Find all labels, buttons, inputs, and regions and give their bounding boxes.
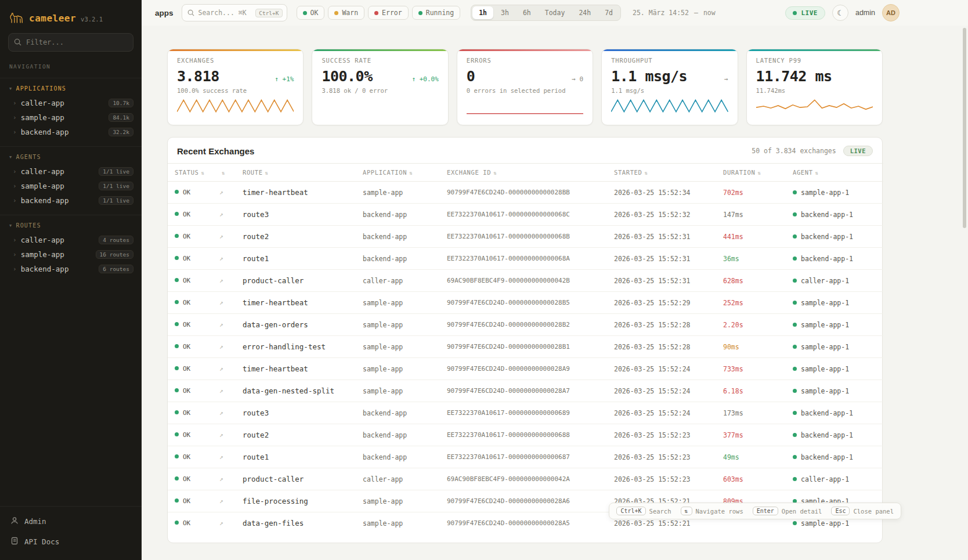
sidebar-item-route[interactable]: › caller-app 4 routes: [0, 233, 142, 247]
exchange-row[interactable]: OK ↗ product-caller caller-app 69AC90BF8…: [168, 468, 883, 490]
sidebar-item-label: caller-app: [21, 167, 95, 176]
exchange-row[interactable]: OK ↗ error-handling-test sample-app 9079…: [168, 336, 883, 358]
sidebar-item-route[interactable]: › sample-app 16 routes: [0, 247, 142, 262]
exchange-row[interactable]: OK ↗ route2 backend-app EE7322370A10617-…: [168, 226, 883, 248]
column-header[interactable]: ⇅: [212, 164, 236, 182]
sidebar-item-agent[interactable]: › sample-app 1/1 live: [0, 179, 142, 193]
exchange-row[interactable]: OK ↗ product-caller caller-app 69AC90BF8…: [168, 270, 883, 292]
avatar[interactable]: AD: [882, 4, 900, 21]
status-filter-chip[interactable]: Error: [368, 6, 409, 20]
kpi-accent-bar: [747, 49, 882, 51]
sidebar-item-agent[interactable]: › caller-app 1/1 live: [0, 164, 142, 179]
open-exchange-icon[interactable]: ↗: [219, 255, 223, 262]
time-range-button[interactable]: 3h: [494, 6, 515, 19]
chevron-right-icon: ›: [13, 128, 17, 136]
live-toggle[interactable]: LIVE: [785, 6, 825, 20]
open-exchange-icon[interactable]: ↗: [219, 453, 223, 461]
section-title-agents[interactable]: ▼ AGENTS: [0, 153, 142, 164]
status-filter-label: Warn: [342, 9, 358, 17]
open-exchange-icon[interactable]: ↗: [219, 299, 223, 306]
exchange-row[interactable]: OK ↗ data-gen-nested-split sample-app 90…: [168, 380, 883, 402]
sidebar-item-admin[interactable]: Admin: [0, 511, 142, 532]
open-exchange-icon[interactable]: ↗: [219, 365, 223, 373]
section-title-routes[interactable]: ▼ ROUTES: [0, 221, 142, 233]
exchange-id-cell: 90799F47E6CD24D-00000000000028A7: [440, 380, 607, 402]
table-live-badge[interactable]: LIVE: [843, 146, 873, 156]
exchange-id-cell: 90799F47E6CD24D-00000000000028B1: [440, 336, 607, 358]
exchange-row[interactable]: OK ↗ data-gen-orders sample-app 90799F47…: [168, 314, 883, 336]
duration-cell: 6.18s: [716, 380, 786, 402]
status-label: OK: [183, 475, 190, 483]
kpi-row: EXCHANGES 3.818 ↑ +1% 100.0% success rat…: [167, 49, 883, 125]
agent-label: sample-app-1: [801, 321, 849, 329]
open-exchange-icon[interactable]: ↗: [219, 189, 223, 196]
sidebar-item-label: sample-app: [21, 182, 95, 190]
exchange-row[interactable]: OK ↗ route3 backend-app EE7322370A10617-…: [168, 402, 883, 424]
moon-icon: ☾: [837, 9, 844, 17]
exchange-row[interactable]: OK ↗ route1 backend-app EE7322370A10617-…: [168, 446, 883, 468]
column-header[interactable]: APPLICATION⇅: [356, 164, 440, 182]
section-title-applications[interactable]: ▼ APPLICATIONS: [0, 84, 142, 96]
date-range[interactable]: 25. März 14:52 — now: [633, 9, 716, 17]
kpi-accent-bar: [457, 49, 593, 51]
open-exchange-icon[interactable]: ↗: [219, 497, 223, 505]
agent-cell: sample-app-1: [786, 182, 883, 204]
scrollbar-thumb[interactable]: [963, 28, 966, 228]
sidebar-item-application[interactable]: › caller-app 10.7k: [0, 96, 142, 110]
time-range-button[interactable]: Today: [539, 6, 572, 19]
sidebar-item-api-docs[interactable]: API Docs: [0, 532, 142, 552]
kpi-card: SUCCESS RATE 100.0% ↑ +0.0% 3.818 ok / 0…: [312, 49, 448, 125]
global-search[interactable]: Search... ⌘K Ctrl+K: [182, 4, 287, 21]
sidebar-item-application[interactable]: › backend-app 32.2k: [0, 125, 142, 139]
link-cell: ↗: [212, 292, 236, 314]
column-header[interactable]: STARTED⇅: [607, 164, 716, 182]
open-exchange-icon[interactable]: ↗: [219, 343, 223, 351]
section-title-label: AGENTS: [16, 154, 41, 160]
column-header[interactable]: EXCHANGE ID⇅: [440, 164, 607, 182]
open-exchange-icon[interactable]: ↗: [219, 475, 223, 483]
exchange-row[interactable]: OK ↗ timer-heartbeat sample-app 90799F47…: [168, 358, 883, 380]
status-filter-chip[interactable]: OK: [297, 6, 325, 20]
brand-logo[interactable]: cameleer v3.2.1: [0, 0, 142, 31]
column-header[interactable]: DURATION⇅: [716, 164, 786, 182]
column-header[interactable]: AGENT⇅: [786, 164, 883, 182]
exchange-row[interactable]: OK ↗ route1 backend-app EE7322370A10617-…: [168, 248, 883, 270]
exchange-row[interactable]: OK ↗ route2 backend-app EE7322370A10617-…: [168, 424, 883, 446]
sidebar-item-label: backend-app: [21, 196, 95, 205]
open-exchange-icon[interactable]: ↗: [219, 431, 223, 439]
time-range-button[interactable]: 7d: [598, 6, 619, 19]
application-cell: backend-app: [356, 248, 440, 270]
time-range-button[interactable]: 24h: [572, 6, 597, 19]
dark-mode-toggle[interactable]: ☾: [832, 5, 848, 21]
open-exchange-icon[interactable]: ↗: [219, 233, 223, 240]
sidebar-item-agent[interactable]: › backend-app 1/1 live: [0, 193, 142, 208]
status-filter-chip[interactable]: Running: [412, 6, 460, 20]
status-filter-label: Running: [426, 9, 454, 17]
status-filter-chip[interactable]: Warn: [328, 6, 364, 20]
open-exchange-icon[interactable]: ↗: [219, 409, 223, 417]
status-ok-dot: [175, 234, 179, 238]
time-range-button[interactable]: 6h: [516, 6, 537, 19]
open-exchange-icon[interactable]: ↗: [219, 387, 223, 395]
exchange-row[interactable]: OK ↗ timer-heartbeat sample-app 90799F47…: [168, 182, 883, 204]
route-cell: route2: [236, 424, 356, 446]
exchange-row[interactable]: OK ↗ route3 backend-app EE7322370A10617-…: [168, 204, 883, 226]
open-exchange-icon[interactable]: ↗: [219, 277, 223, 284]
open-exchange-icon[interactable]: ↗: [219, 519, 223, 527]
application-cell: backend-app: [356, 424, 440, 446]
exchange-row[interactable]: OK ↗ timer-heartbeat sample-app 90799F47…: [168, 292, 883, 314]
chevron-right-icon: ›: [13, 251, 17, 258]
exchange-id-cell: EE7322370A10617-000000000000068C: [440, 204, 607, 226]
context-tab-apps[interactable]: apps: [155, 9, 174, 17]
column-header[interactable]: ROUTE⇅: [236, 164, 356, 182]
column-header[interactable]: STATUS⇅: [168, 164, 212, 182]
time-range-button[interactable]: 1h: [472, 6, 493, 19]
filter-input[interactable]: [8, 33, 133, 52]
open-exchange-icon[interactable]: ↗: [219, 321, 223, 328]
sidebar-item-label: sample-app: [21, 250, 92, 259]
open-exchange-icon[interactable]: ↗: [219, 211, 223, 218]
sidebar-item-route[interactable]: › backend-app 6 routes: [0, 262, 142, 276]
route-cell: route1: [236, 248, 356, 270]
sidebar-item-application[interactable]: › sample-app 84.1k: [0, 110, 142, 125]
status-ok-dot: [175, 366, 179, 370]
